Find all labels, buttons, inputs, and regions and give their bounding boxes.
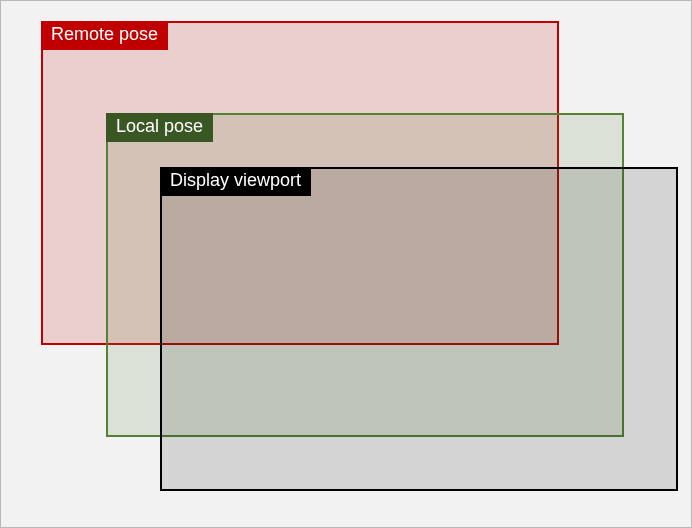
display-viewport-label: Display viewport bbox=[160, 167, 311, 196]
local-pose-label: Local pose bbox=[106, 113, 213, 142]
display-viewport-rect: Display viewport bbox=[160, 167, 678, 491]
remote-pose-label: Remote pose bbox=[41, 21, 168, 50]
diagram-canvas: Remote pose Local pose Display viewport bbox=[0, 0, 692, 528]
